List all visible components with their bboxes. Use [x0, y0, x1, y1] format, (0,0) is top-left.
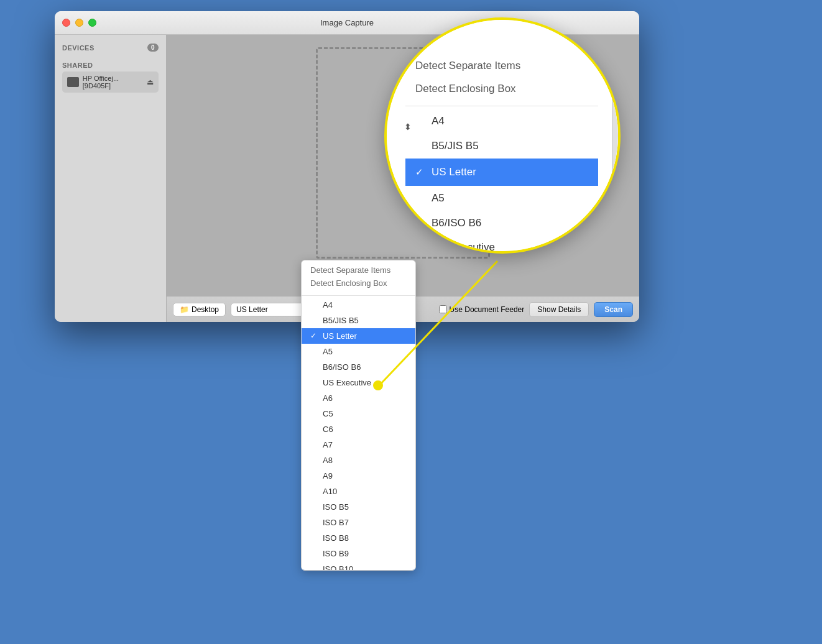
device-item[interactable]: HP Officej...[9D405F] ⏏: [62, 71, 159, 93]
size-option-a7[interactable]: A7: [302, 437, 415, 453]
mag-dropdown: Detect Separate Items Detect Enclosing B…: [405, 51, 598, 254]
size-dropdown: Detect Separate Items Detect Enclosing B…: [301, 260, 416, 571]
size-option-isob7[interactable]: ISO B7: [302, 515, 415, 530]
dropdown-divider: [302, 295, 415, 296]
size-option-a5[interactable]: A5: [302, 344, 415, 359]
device-name: HP Officej...[9D405F]: [83, 75, 143, 90]
size-option-b6iso[interactable]: B6/ISO B6: [302, 359, 415, 375]
minimize-button[interactable]: [75, 19, 83, 27]
dropdown-detect-options: Detect Separate Items Detect Enclosing B…: [302, 260, 415, 294]
traffic-lights: [62, 19, 96, 27]
show-details-button[interactable]: Show Details: [529, 302, 589, 317]
size-selected-value: US Letter: [236, 305, 268, 314]
mag-size-usexec[interactable]: US Executive: [405, 235, 598, 254]
size-option-usexec[interactable]: US Executive: [302, 375, 415, 390]
document-feeder-label: Use Document Feeder: [450, 305, 525, 314]
sidebar: DEVICES 0 SHARED HP Officej...[9D405F] ⏏: [55, 35, 167, 322]
shared-label: SHARED: [62, 62, 159, 69]
mag-size-b6iso[interactable]: B6/ISO B6: [405, 211, 598, 236]
mag-size-usletter[interactable]: US Letter: [405, 159, 598, 186]
connector-dot: [373, 380, 383, 390]
document-feeder-checkbox[interactable]: [439, 305, 447, 313]
size-option-a4[interactable]: A4: [302, 297, 415, 313]
folder-icon: 📁: [180, 305, 189, 314]
mag-scrollbar: [612, 20, 618, 251]
size-option-a9[interactable]: A9: [302, 468, 415, 484]
mag-size-a4[interactable]: A4: [405, 109, 598, 134]
shared-section: SHARED HP Officej...[9D405F] ⏏: [55, 59, 166, 95]
mag-divider: [405, 106, 598, 106]
window-title: Image Capture: [320, 18, 374, 27]
document-feeder-area: Use Document Feeder: [439, 305, 525, 314]
size-option-a10[interactable]: A10: [302, 484, 415, 499]
scan-button[interactable]: Scan: [594, 302, 633, 317]
devices-badge: 0: [147, 44, 159, 52]
mag-size-b5jis[interactable]: B5/JIS B5: [405, 134, 598, 159]
size-option-isob10[interactable]: ISO B10: [302, 561, 415, 571]
size-option-usletter[interactable]: US Letter: [302, 328, 415, 344]
size-option-a6[interactable]: A6: [302, 390, 415, 406]
eject-icon[interactable]: ⏏: [147, 78, 154, 86]
maximize-button[interactable]: [88, 19, 96, 27]
magnify-content: ⬍ Detect Separate Items Detect Enclosing…: [387, 20, 618, 251]
size-option-isob5[interactable]: ISO B5: [302, 499, 415, 515]
close-button[interactable]: [62, 19, 70, 27]
devices-section: DEVICES 0: [55, 41, 166, 54]
size-option-c5[interactable]: C5: [302, 406, 415, 421]
size-option-b5jis[interactable]: B5/JIS B5: [302, 313, 415, 328]
printer-icon: [67, 77, 79, 87]
devices-label: DEVICES 0: [62, 44, 159, 52]
mag-detect-enclosing: Detect Enclosing Box: [405, 80, 598, 103]
mag-detect-separate: Detect Separate Items: [405, 51, 598, 80]
mag-size-a5[interactable]: A5: [405, 186, 598, 211]
folder-button[interactable]: 📁 Desktop: [173, 303, 226, 316]
magnify-circle: ⬍ Detect Separate Items Detect Enclosing…: [384, 17, 621, 254]
size-option-c6[interactable]: C6: [302, 421, 415, 437]
detect-separate-item[interactable]: Detect Separate Items: [310, 264, 407, 277]
folder-label: Desktop: [192, 305, 219, 314]
size-option-isob8[interactable]: ISO B8: [302, 530, 415, 546]
size-option-a8[interactable]: A8: [302, 453, 415, 468]
size-option-isob9[interactable]: ISO B9: [302, 546, 415, 561]
detect-enclosing-item[interactable]: Detect Enclosing Box: [310, 277, 407, 290]
